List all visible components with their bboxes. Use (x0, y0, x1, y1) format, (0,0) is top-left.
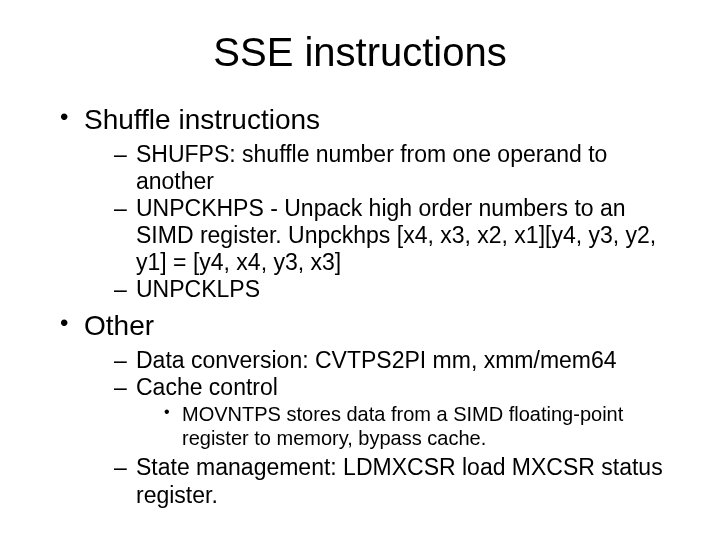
subbullet-text: Cache control (136, 374, 278, 400)
sublist-shuffle: SHUFPS: shuffle number from one operand … (84, 141, 680, 304)
slide-title: SSE instructions (40, 30, 680, 75)
subsubbullet-text: MOVNTPS stores data from a SIMD floating… (182, 403, 623, 449)
subbullet-dataconv: Data conversion: CVTPS2PI mm, xmm/mem64 (114, 347, 680, 374)
subbullet-text: Data conversion: CVTPS2PI mm, xmm/mem64 (136, 347, 617, 373)
subbullet-text: State management: LDMXCSR load MXCSR sta… (136, 454, 663, 507)
sublist-other: Data conversion: CVTPS2PI mm, xmm/mem64 … (84, 347, 680, 509)
bullet-shuffle: Shuffle instructions SHUFPS: shuffle num… (60, 103, 680, 303)
subbullet-shufps: SHUFPS: shuffle number from one operand … (114, 141, 680, 195)
subsubbullet-movntps: MOVNTPS stores data from a SIMD floating… (164, 403, 680, 450)
subsublist-cache: MOVNTPS stores data from a SIMD floating… (136, 403, 680, 450)
subbullet-statemgmt: State management: LDMXCSR load MXCSR sta… (114, 454, 680, 508)
subbullet-unpckhps: UNPCKHPS - Unpack high order numbers to … (114, 195, 680, 276)
subbullet-text: SHUFPS: shuffle number from one operand … (136, 141, 607, 194)
subbullet-unpcklps: UNPCKLPS (114, 276, 680, 303)
slide: SSE instructions Shuffle instructions SH… (0, 0, 720, 540)
bullet-text: Shuffle instructions (84, 104, 320, 135)
bullet-text: Other (84, 310, 154, 341)
bullet-other: Other Data conversion: CVTPS2PI mm, xmm/… (60, 309, 680, 508)
subbullet-text: UNPCKHPS - Unpack high order numbers to … (136, 195, 656, 275)
bullet-list: Shuffle instructions SHUFPS: shuffle num… (40, 103, 680, 509)
subbullet-cachecontrol: Cache control MOVNTPS stores data from a… (114, 374, 680, 450)
subbullet-text: UNPCKLPS (136, 276, 260, 302)
